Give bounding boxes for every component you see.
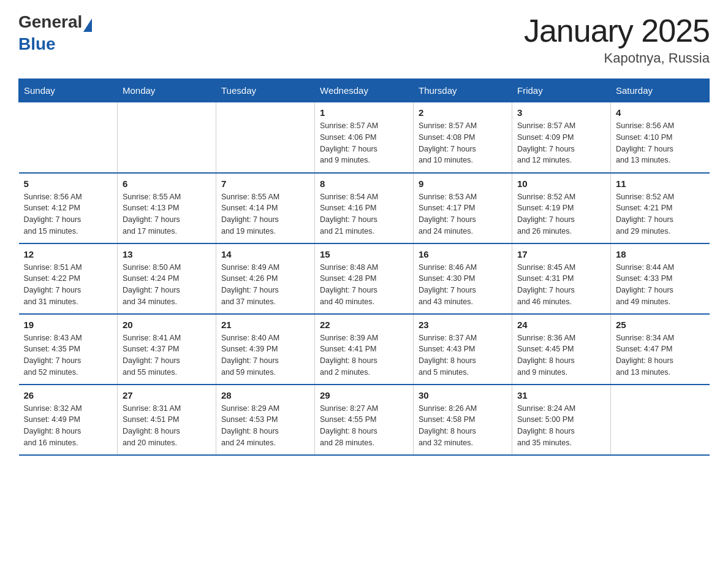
- day-number: 24: [517, 320, 605, 330]
- day-info: Sunrise: 8:24 AM Sunset: 5:00 PM Dayligh…: [517, 403, 605, 449]
- calendar-cell: 30Sunrise: 8:26 AM Sunset: 4:58 PM Dayli…: [414, 385, 512, 455]
- day-info: Sunrise: 8:50 AM Sunset: 4:24 PM Dayligh…: [123, 262, 211, 308]
- day-number: 17: [517, 249, 605, 259]
- calendar-cell: 27Sunrise: 8:31 AM Sunset: 4:51 PM Dayli…: [118, 385, 216, 455]
- day-number: 7: [221, 178, 309, 189]
- day-header-thursday: Thursday: [414, 79, 512, 102]
- page-header: General Blue January 2025 Kapotnya, Russ…: [18, 12, 710, 66]
- day-number: 26: [24, 390, 113, 400]
- day-number: 23: [419, 320, 507, 330]
- calendar-cell: [216, 102, 315, 173]
- day-info: Sunrise: 8:55 AM Sunset: 4:14 PM Dayligh…: [221, 191, 309, 237]
- day-header-saturday: Saturday: [611, 79, 710, 102]
- day-info: Sunrise: 8:55 AM Sunset: 4:13 PM Dayligh…: [123, 191, 211, 237]
- calendar-cell: 17Sunrise: 8:45 AM Sunset: 4:31 PM Dayli…: [512, 243, 611, 314]
- day-number: 19: [24, 320, 113, 330]
- calendar-cell: 6Sunrise: 8:55 AM Sunset: 4:13 PM Daylig…: [118, 173, 216, 243]
- day-number: 2: [419, 107, 507, 118]
- day-info: Sunrise: 8:26 AM Sunset: 4:58 PM Dayligh…: [419, 403, 507, 449]
- calendar-cell: 18Sunrise: 8:44 AM Sunset: 4:33 PM Dayli…: [611, 243, 710, 314]
- calendar-table: SundayMondayTuesdayWednesdayThursdayFrid…: [18, 79, 710, 456]
- day-number: 21: [221, 320, 309, 330]
- calendar-cell: 7Sunrise: 8:55 AM Sunset: 4:14 PM Daylig…: [216, 173, 315, 243]
- day-info: Sunrise: 8:48 AM Sunset: 4:28 PM Dayligh…: [320, 262, 408, 308]
- calendar-cell: [611, 385, 710, 455]
- week-row-3: 12Sunrise: 8:51 AM Sunset: 4:22 PM Dayli…: [19, 243, 710, 314]
- calendar-cell: 25Sunrise: 8:34 AM Sunset: 4:47 PM Dayli…: [611, 314, 710, 385]
- calendar-cell: 12Sunrise: 8:51 AM Sunset: 4:22 PM Dayli…: [19, 243, 118, 314]
- calendar-cell: 31Sunrise: 8:24 AM Sunset: 5:00 PM Dayli…: [512, 385, 611, 455]
- calendar-subtitle: Kapotnya, Russia: [524, 50, 710, 66]
- day-header-monday: Monday: [118, 79, 216, 102]
- week-row-5: 26Sunrise: 8:32 AM Sunset: 4:49 PM Dayli…: [19, 385, 710, 455]
- day-number: 18: [616, 249, 705, 259]
- day-number: 14: [221, 249, 309, 259]
- day-number: 12: [24, 249, 113, 259]
- day-number: 10: [517, 178, 605, 189]
- calendar-cell: 1Sunrise: 8:57 AM Sunset: 4:06 PM Daylig…: [315, 102, 414, 173]
- calendar-cell: 2Sunrise: 8:57 AM Sunset: 4:08 PM Daylig…: [414, 102, 512, 173]
- calendar-cell: 20Sunrise: 8:41 AM Sunset: 4:37 PM Dayli…: [118, 314, 216, 385]
- day-info: Sunrise: 8:53 AM Sunset: 4:17 PM Dayligh…: [419, 191, 507, 237]
- day-number: 22: [320, 320, 408, 330]
- calendar-cell: 22Sunrise: 8:39 AM Sunset: 4:41 PM Dayli…: [315, 314, 414, 385]
- day-number: 28: [221, 390, 309, 400]
- day-info: Sunrise: 8:54 AM Sunset: 4:16 PM Dayligh…: [320, 191, 408, 237]
- calendar-cell: 4Sunrise: 8:56 AM Sunset: 4:10 PM Daylig…: [611, 102, 710, 173]
- calendar-cell: 28Sunrise: 8:29 AM Sunset: 4:53 PM Dayli…: [216, 385, 315, 455]
- logo-general-text: General: [18, 12, 82, 32]
- calendar-cell: 24Sunrise: 8:36 AM Sunset: 4:45 PM Dayli…: [512, 314, 611, 385]
- day-info: Sunrise: 8:39 AM Sunset: 4:41 PM Dayligh…: [320, 332, 408, 378]
- calendar-cell: 8Sunrise: 8:54 AM Sunset: 4:16 PM Daylig…: [315, 173, 414, 243]
- day-number: 27: [123, 390, 211, 400]
- day-info: Sunrise: 8:45 AM Sunset: 4:31 PM Dayligh…: [517, 262, 605, 308]
- day-info: Sunrise: 8:51 AM Sunset: 4:22 PM Dayligh…: [24, 262, 113, 308]
- days-of-week-row: SundayMondayTuesdayWednesdayThursdayFrid…: [19, 79, 710, 102]
- day-info: Sunrise: 8:27 AM Sunset: 4:55 PM Dayligh…: [320, 403, 408, 449]
- logo-blue-text: Blue: [18, 34, 56, 54]
- day-number: 29: [320, 390, 408, 400]
- day-header-tuesday: Tuesday: [216, 79, 315, 102]
- week-row-4: 19Sunrise: 8:43 AM Sunset: 4:35 PM Dayli…: [19, 314, 710, 385]
- day-number: 3: [517, 107, 605, 118]
- day-info: Sunrise: 8:40 AM Sunset: 4:39 PM Dayligh…: [221, 332, 309, 378]
- calendar-cell: 11Sunrise: 8:52 AM Sunset: 4:21 PM Dayli…: [611, 173, 710, 243]
- day-number: 15: [320, 249, 408, 259]
- day-info: Sunrise: 8:32 AM Sunset: 4:49 PM Dayligh…: [24, 403, 113, 449]
- calendar-cell: 14Sunrise: 8:49 AM Sunset: 4:26 PM Dayli…: [216, 243, 315, 314]
- day-info: Sunrise: 8:36 AM Sunset: 4:45 PM Dayligh…: [517, 332, 605, 378]
- calendar-cell: 16Sunrise: 8:46 AM Sunset: 4:30 PM Dayli…: [414, 243, 512, 314]
- day-info: Sunrise: 8:46 AM Sunset: 4:30 PM Dayligh…: [419, 262, 507, 308]
- day-info: Sunrise: 8:41 AM Sunset: 4:37 PM Dayligh…: [123, 332, 211, 378]
- day-info: Sunrise: 8:49 AM Sunset: 4:26 PM Dayligh…: [221, 262, 309, 308]
- day-info: Sunrise: 8:52 AM Sunset: 4:21 PM Dayligh…: [616, 191, 705, 237]
- calendar-cell: 3Sunrise: 8:57 AM Sunset: 4:09 PM Daylig…: [512, 102, 611, 173]
- day-info: Sunrise: 8:44 AM Sunset: 4:33 PM Dayligh…: [616, 262, 705, 308]
- calendar-cell: 21Sunrise: 8:40 AM Sunset: 4:39 PM Dayli…: [216, 314, 315, 385]
- day-number: 9: [419, 178, 507, 189]
- calendar-cell: 29Sunrise: 8:27 AM Sunset: 4:55 PM Dayli…: [315, 385, 414, 455]
- calendar-cell: 23Sunrise: 8:37 AM Sunset: 4:43 PM Dayli…: [414, 314, 512, 385]
- calendar-title: January 2025: [524, 12, 710, 49]
- day-number: 6: [123, 178, 211, 189]
- day-number: 13: [123, 249, 211, 259]
- day-number: 16: [419, 249, 507, 259]
- day-info: Sunrise: 8:56 AM Sunset: 4:10 PM Dayligh…: [616, 120, 705, 166]
- day-info: Sunrise: 8:43 AM Sunset: 4:35 PM Dayligh…: [24, 332, 113, 378]
- day-header-friday: Friday: [512, 79, 611, 102]
- day-number: 8: [320, 178, 408, 189]
- day-info: Sunrise: 8:57 AM Sunset: 4:08 PM Dayligh…: [419, 120, 507, 166]
- day-info: Sunrise: 8:37 AM Sunset: 4:43 PM Dayligh…: [419, 332, 507, 378]
- title-section: January 2025 Kapotnya, Russia: [524, 12, 710, 66]
- calendar-cell: 13Sunrise: 8:50 AM Sunset: 4:24 PM Dayli…: [118, 243, 216, 314]
- calendar-cell: 9Sunrise: 8:53 AM Sunset: 4:17 PM Daylig…: [414, 173, 512, 243]
- day-number: 1: [320, 107, 408, 118]
- day-info: Sunrise: 8:57 AM Sunset: 4:06 PM Dayligh…: [320, 120, 408, 166]
- calendar-cell: 10Sunrise: 8:52 AM Sunset: 4:19 PM Dayli…: [512, 173, 611, 243]
- calendar-cell: 19Sunrise: 8:43 AM Sunset: 4:35 PM Dayli…: [19, 314, 118, 385]
- calendar-cell: 15Sunrise: 8:48 AM Sunset: 4:28 PM Dayli…: [315, 243, 414, 314]
- day-info: Sunrise: 8:31 AM Sunset: 4:51 PM Dayligh…: [123, 403, 211, 449]
- day-info: Sunrise: 8:56 AM Sunset: 4:12 PM Dayligh…: [24, 191, 113, 237]
- day-info: Sunrise: 8:57 AM Sunset: 4:09 PM Dayligh…: [517, 120, 605, 166]
- calendar-cell: [19, 102, 118, 173]
